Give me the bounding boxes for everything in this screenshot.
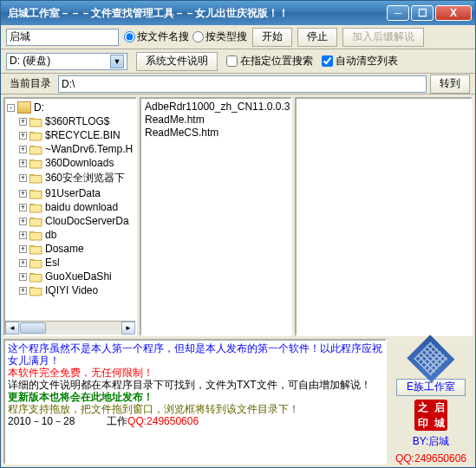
sysfile-button[interactable]: 系统文件说明 (136, 52, 218, 71)
expand-icon[interactable]: + (19, 273, 27, 281)
tree-item[interactable]: +GuoXueDaShi (7, 270, 134, 283)
preview-panel[interactable] (295, 97, 473, 336)
tree-item[interactable]: +$360RTLOG$ (7, 114, 134, 128)
goto-button[interactable]: 转到 (430, 75, 470, 94)
auto-clear-checkbox[interactable] (322, 55, 333, 67)
expand-icon[interactable]: + (19, 259, 27, 267)
qq-line: QQ:249650606 (395, 452, 466, 465)
tree-item[interactable]: +360安全浏览器下 (7, 170, 134, 186)
close-button[interactable]: X (435, 5, 472, 21)
file-item[interactable]: AdbeRdr11000_zh_CN11.0.0.379. (143, 101, 289, 114)
folder-icon (29, 144, 42, 155)
titlebar[interactable]: 启城工作室－－－文件查找管理工具－－女儿出世庆祝版！！ ─ ☐ X (1, 1, 475, 25)
chevron-down-icon[interactable]: ▼ (110, 55, 124, 68)
folder-tree[interactable]: - D: +$360RTLOG$+$RECYCLE.BIN+~WanDrv6.T… (3, 97, 137, 336)
tree-item-label: IQIYI Video (45, 284, 98, 296)
side-panel: E族工作室 之启印城 BY:启城 QQ:249650606 (389, 339, 473, 465)
tree-body: - D: +$360RTLOG$+$RECYCLE.BIN+~WanDrv6.T… (5, 99, 135, 321)
expand-icon[interactable]: + (19, 218, 27, 225)
folder-icon (29, 285, 42, 296)
tree-item-label: $360RTLOG$ (45, 115, 110, 127)
bottom-area: 这个程序虽然不是本人第一个程序，但却是本人发布的第一个软件！以此程序应祝女儿满月… (1, 339, 475, 467)
expand-icon[interactable]: + (19, 118, 27, 126)
drive-value: D: (硬盘) (10, 54, 50, 68)
tree-root[interactable]: - D: (7, 101, 134, 114)
tree-scrollbar[interactable]: ◄ ► (5, 321, 135, 335)
folder-icon (29, 116, 42, 127)
tree-root-label: D: (34, 101, 44, 114)
tree-item-label: Dosame (45, 243, 84, 255)
radio-by-name-input[interactable] (124, 31, 135, 42)
scroll-right-icon[interactable]: ► (121, 322, 135, 335)
folder-icon (29, 158, 42, 169)
folder-icon (29, 271, 42, 283)
logo-icon (408, 335, 455, 382)
file-item[interactable]: ReadMeCS.htm (143, 127, 289, 140)
folder-icon (29, 130, 42, 141)
window-controls: ─ ☐ X (387, 5, 472, 21)
stamp-icon: 之启印城 (414, 400, 447, 431)
add-ext-button: 加入后缀解说 (342, 28, 424, 47)
tree-item-label: ClouDocServerDa (45, 215, 129, 227)
path-input[interactable] (58, 75, 427, 93)
folder-icon (29, 230, 42, 241)
folder-icon (29, 172, 42, 184)
radio-by-type-input[interactable] (192, 31, 204, 42)
expand-icon[interactable]: + (19, 174, 27, 182)
folder-icon (29, 216, 42, 227)
path-row: 当前目录 转到 (1, 74, 475, 94)
info-text: 本软件完全免费，无任何限制！ (8, 367, 382, 379)
info-text: 程序支持拖放，把文件拖到窗口，浏览框将转到该文件目录下！ (8, 403, 382, 415)
loc-search-checkbox[interactable] (226, 55, 238, 67)
tree-item[interactable]: +IQIYI Video (7, 283, 134, 297)
drive-select[interactable]: D: (硬盘) ▼ (6, 53, 127, 70)
current-dir-label: 当前目录 (6, 76, 55, 91)
tree-item[interactable]: +ClouDocServerDa (7, 214, 134, 228)
tree-item-label: 91UserData (45, 187, 101, 199)
app-window: 启城工作室－－－文件查找管理工具－－女儿出世庆祝版！！ ─ ☐ X 按文件名搜 … (0, 0, 476, 468)
tree-item[interactable]: +91UserData (7, 186, 134, 200)
minimize-button[interactable]: ─ (387, 5, 409, 21)
scroll-thumb[interactable] (20, 322, 46, 334)
folder-icon (29, 244, 42, 255)
expand-icon[interactable]: + (19, 231, 27, 239)
tree-item-label: $RECYCLE.BIN (45, 129, 121, 141)
tree-item[interactable]: +Esl (7, 256, 134, 270)
auto-clear-check[interactable]: 自动清空列表 (322, 54, 398, 68)
expand-icon[interactable]: + (19, 245, 27, 253)
info-text: 详细的文件说明都在本程序目录下可找到，文件为TXT文件，可自由增加解说！ (8, 379, 382, 391)
tree-item[interactable]: +baidu download (7, 200, 134, 214)
expand-icon[interactable]: + (19, 287, 27, 295)
stop-button[interactable]: 停止 (297, 28, 337, 47)
search-mode-group: 按文件名搜 按类型搜 (124, 29, 247, 44)
scroll-left-icon[interactable]: ◄ (5, 322, 19, 335)
tree-item[interactable]: +~WanDrv6.Temp.H (7, 142, 134, 156)
expand-icon[interactable]: + (19, 159, 27, 167)
folder-icon (29, 257, 42, 269)
start-button[interactable]: 开始 (252, 28, 292, 47)
search-row: 按文件名搜 按类型搜 开始 停止 加入后缀解说 (1, 25, 475, 49)
radio-by-name[interactable]: 按文件名搜 (124, 29, 189, 44)
expand-icon[interactable]: + (19, 204, 27, 211)
info-panel[interactable]: 这个程序虽然不是本人第一个程序，但却是本人发布的第一个软件！以此程序应祝女儿满月… (3, 339, 387, 465)
maximize-button[interactable]: ☐ (411, 5, 434, 21)
tree-item[interactable]: +360Downloads (7, 156, 134, 170)
expand-icon[interactable]: + (19, 146, 27, 153)
file-list[interactable]: AdbeRdr11000_zh_CN11.0.0.379.ReadMe.htmR… (140, 97, 292, 336)
expand-icon[interactable]: + (19, 132, 27, 140)
tree-item-label: db (45, 229, 56, 241)
tree-item-label: ~WanDrv6.Temp.H (45, 143, 133, 155)
file-item[interactable]: ReadMe.htm (143, 114, 289, 127)
expand-icon[interactable]: + (19, 190, 27, 198)
window-title: 启城工作室－－－文件查找管理工具－－女儿出世庆祝版！！ (4, 6, 387, 21)
tree-item[interactable]: +$RECYCLE.BIN (7, 128, 134, 142)
tree-item-label: baidu download (45, 201, 118, 213)
tree-item[interactable]: +db (7, 228, 134, 242)
tree-item[interactable]: +Dosame (7, 242, 134, 256)
loc-search-check[interactable]: 在指定位置搜索 (226, 54, 313, 68)
search-input[interactable] (6, 29, 119, 46)
collapse-icon[interactable]: - (7, 104, 15, 112)
tree-item-label: Esl (45, 257, 60, 269)
radio-by-type[interactable]: 按类型搜 (192, 29, 247, 44)
scroll-track[interactable] (19, 322, 121, 335)
